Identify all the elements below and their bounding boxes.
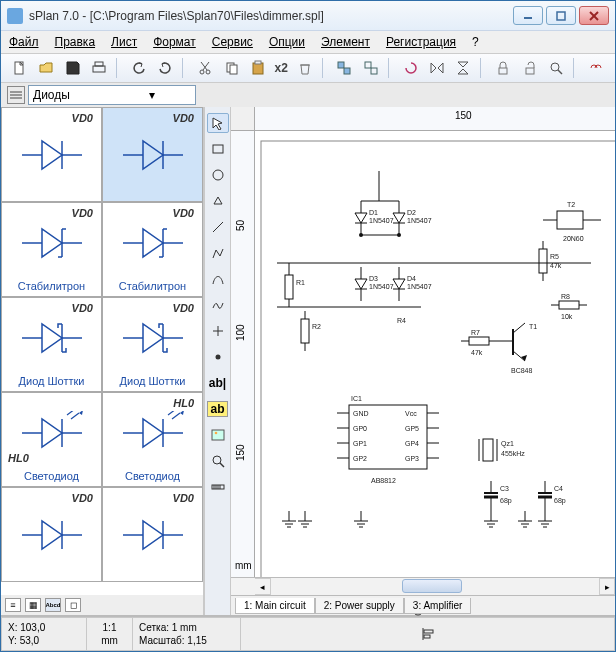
palette-item[interactable]: VD0 [102,487,203,582]
svg-text:T2: T2 [567,201,575,208]
lock-icon[interactable] [491,55,515,81]
svg-line-27 [558,70,562,74]
text-label-tool-icon[interactable]: ab| [207,373,229,393]
search-icon[interactable] [544,55,568,81]
sheet-tab[interactable]: 1: Main circuit [235,598,315,614]
sheet-tab[interactable]: 2: Power supply [315,598,404,614]
text-box-tool-icon[interactable]: ab [207,399,229,419]
paste-icon[interactable] [246,55,270,81]
menu-options[interactable]: Опции [269,35,305,49]
cursor-tool-icon[interactable] [207,113,229,133]
menu-service[interactable]: Сервис [212,35,253,49]
svg-text:GP3: GP3 [405,455,419,462]
svg-marker-97 [393,213,405,223]
ruler-tick: 50 [235,220,246,231]
menu-register[interactable]: Регистрация [386,35,456,49]
svg-rect-12 [230,65,237,74]
palette-item[interactable]: VD0 Диод Шоттки [102,297,203,392]
palette-view-small[interactable]: ◻ [65,598,81,612]
open-file-icon[interactable] [34,55,58,81]
menu-file[interactable]: Файл [9,35,39,49]
palette-item[interactable]: VD0 [1,107,102,202]
palette-view-list[interactable]: ≡ [5,598,21,612]
node-tool-icon[interactable] [207,321,229,341]
align-left-icon[interactable] [421,627,435,641]
point-tool-icon[interactable] [207,347,229,367]
svg-line-2 [590,12,598,20]
menu-edit[interactable]: Правка [55,35,96,49]
palette-item[interactable]: HL0 Светодиод [102,392,203,487]
polyline-tool-icon[interactable] [207,243,229,263]
copy-icon[interactable] [219,55,243,81]
svg-marker-21 [438,63,443,73]
palette-item[interactable]: VD0 Диод Шоттки [1,297,102,392]
new-file-icon[interactable] [8,55,32,81]
line-tool-icon[interactable] [207,217,229,237]
palette-view-grid[interactable]: ▦ [25,598,41,612]
component-category-bar: Диоды ▾ [1,83,615,107]
maximize-button[interactable] [546,6,576,25]
menu-sheet[interactable]: Лист [111,35,137,49]
palette-item[interactable]: VD0 Стабилитрон [1,202,102,297]
svg-rect-71 [213,145,223,153]
save-icon[interactable] [61,55,85,81]
app-icon [7,8,23,24]
image-tool-icon[interactable] [207,425,229,445]
svg-text:R7: R7 [471,329,480,336]
polygon-tool-icon[interactable] [207,191,229,211]
svg-point-115 [359,233,363,237]
svg-text:D4: D4 [407,275,416,282]
svg-text:D1: D1 [369,209,378,216]
minimize-button[interactable] [513,6,543,25]
schematic-canvas[interactable]: D11N5407 D21N5407 D31N5407 D41N5407 R1R2… [255,131,615,577]
palette-item[interactable]: HL0 Светодиод [1,392,102,487]
svg-marker-64 [42,521,62,549]
mirror-v-icon[interactable] [451,55,475,81]
rotate-icon[interactable] [399,55,423,81]
svg-marker-68 [143,521,163,549]
category-select[interactable]: Диоды ▾ [28,85,196,105]
palette-item[interactable]: VD0 Стабилитрон [102,202,203,297]
group-icon[interactable] [332,55,356,81]
rectangle-tool-icon[interactable] [207,139,229,159]
sheet-tab[interactable]: 3: Amplifier [404,598,471,614]
ungroup-icon[interactable] [359,55,383,81]
menu-help[interactable]: ? [472,35,479,49]
svg-marker-40 [42,229,62,257]
redo-icon[interactable] [153,55,177,81]
palette-view-labelled[interactable]: Abcd [45,598,61,612]
print-icon[interactable] [87,55,111,81]
mirror-h-icon[interactable] [425,55,449,81]
duplicate-label[interactable]: x2 [271,61,291,75]
measure-tool-icon[interactable] [207,477,229,497]
svg-text:BC848: BC848 [511,367,533,374]
undo-icon[interactable] [127,55,151,81]
title-bar: sPlan 7.0 - [C:\Program Files\Splan70\Fi… [1,1,615,31]
svg-text:1N5407: 1N5407 [369,283,394,290]
library-config-icon[interactable] [7,86,25,104]
palette-item[interactable]: VD0 [1,487,102,582]
svg-point-8 [206,70,210,74]
freehand-tool-icon[interactable] [207,295,229,315]
bezier-tool-icon[interactable] [207,269,229,289]
sheet-tabs: 1: Main circuit2: Power supply3: Amplifi… [231,595,615,615]
svg-text:GP4: GP4 [405,440,419,447]
menu-element[interactable]: Элемент [321,35,370,49]
svg-rect-17 [344,68,350,74]
close-button[interactable] [579,6,609,25]
menu-format[interactable]: Формат [153,35,196,49]
palette-item[interactable]: VD0 [102,107,203,202]
chain-icon[interactable] [584,55,608,81]
palette-item-ref: HL0 [173,397,194,409]
menu-bar: Файл Правка Лист Формат Сервис Опции Эле… [1,31,615,53]
delete-icon[interactable] [292,55,316,81]
horizontal-scrollbar[interactable]: ◂ ▸ [231,577,615,595]
svg-marker-103 [355,279,367,289]
svg-text:Vcc: Vcc [405,410,417,417]
zoom-tool-icon[interactable] [207,451,229,471]
unlock-icon[interactable] [517,55,541,81]
svg-rect-11 [227,63,234,72]
cut-icon[interactable] [193,55,217,81]
circle-tool-icon[interactable] [207,165,229,185]
palette-item-ref: VD0 [72,112,93,124]
